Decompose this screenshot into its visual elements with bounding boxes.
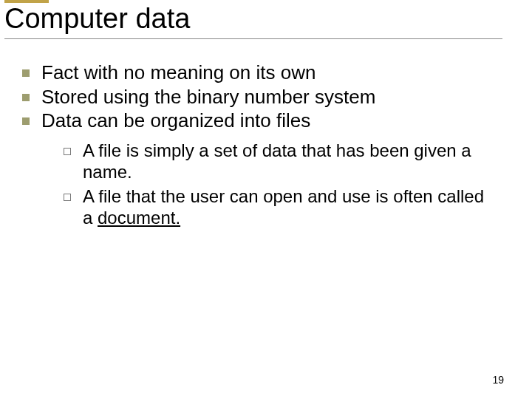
list-item: Data can be organized into files A file …	[21, 109, 495, 228]
list-item: Fact with no meaning on its own	[21, 61, 495, 85]
list-item: Stored using the binary number system	[21, 86, 495, 109]
bullet-text: Stored using the binary number system	[41, 86, 375, 108]
sub-bullet-list: A file is simply a set of data that has …	[62, 140, 495, 228]
title-underline	[4, 38, 502, 39]
bullet-text: Fact with no meaning on its own	[41, 61, 316, 83]
bullet-text: Data can be organized into files	[41, 109, 310, 132]
slide: Computer data Fact with no meaning on it…	[0, 0, 532, 399]
title-block: Computer data	[4, 0, 502, 39]
slide-body: Fact with no meaning on its own Stored u…	[21, 61, 495, 231]
bullet-list: Fact with no meaning on its own Stored u…	[21, 61, 495, 228]
slide-title: Computer data	[4, 3, 502, 38]
sub-bullet-text: A file is simply a set of data that has …	[83, 140, 471, 182]
page-number: 19	[492, 374, 504, 386]
list-item: A file is simply a set of data that has …	[62, 140, 495, 183]
underlined-term: document.	[98, 208, 180, 228]
list-item: A file that the user can open and use is…	[62, 186, 495, 229]
